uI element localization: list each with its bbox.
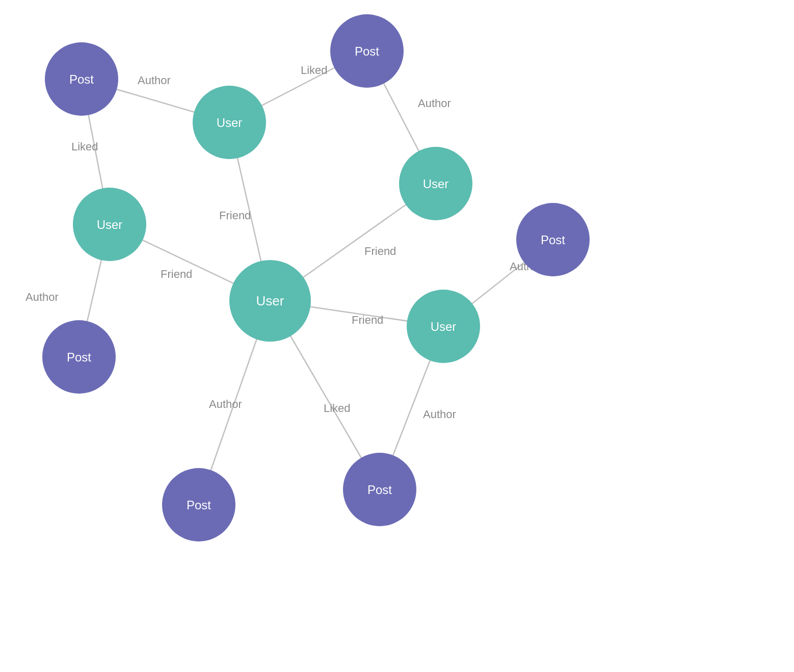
node-label-user-right-top: User: [423, 177, 449, 191]
node-label-post-top-center: Post: [355, 44, 379, 58]
edge-label-friend-4: Friend: [352, 314, 383, 326]
edge-label-liked-3: Liked: [324, 402, 351, 415]
edge-label-author-3: Author: [418, 97, 451, 110]
node-label-user-right-bottom: User: [431, 320, 457, 333]
edge-label-author-2: Author: [25, 291, 59, 303]
edge-label-author-5: Author: [423, 408, 456, 421]
edge-label-liked-2: Liked: [71, 140, 98, 153]
edge-label-friend-1: Friend: [219, 209, 251, 222]
node-label-post-bottom-right: Post: [367, 483, 392, 497]
edge-label-friend-3: Friend: [364, 245, 396, 257]
node-label-post-bottom-center: Post: [187, 498, 211, 512]
edge-label-liked-1: Liked: [301, 64, 328, 76]
node-label-user-top: User: [217, 116, 243, 130]
graph-visualization: Author Liked Friend Liked Author Friend …: [0, 0, 794, 672]
node-label-post-bottom-left: Post: [67, 350, 91, 364]
edge-label-author-1: Author: [138, 74, 171, 87]
node-label-post-right: Post: [541, 233, 565, 247]
node-label-user-center: User: [256, 293, 284, 308]
edge-label-friend-2: Friend: [161, 268, 192, 280]
edge-label-author-6: Author: [209, 398, 242, 410]
node-label-post-top-left: Post: [69, 72, 94, 86]
node-label-user-left: User: [97, 218, 123, 231]
nodes-layer: Post Post User User User Post User User …: [42, 14, 590, 541]
